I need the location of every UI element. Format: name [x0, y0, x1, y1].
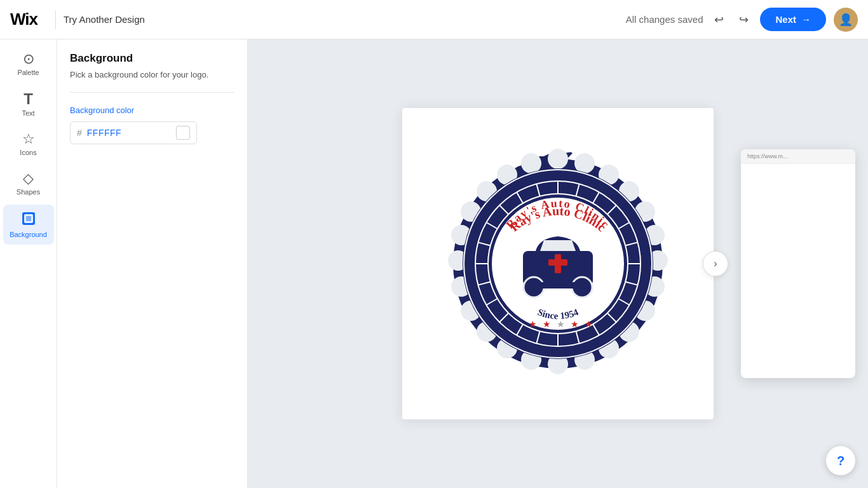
- help-button[interactable]: ?: [826, 446, 855, 475]
- mockup-preview: https://www.m...: [741, 149, 868, 378]
- color-section-label: Background color: [70, 105, 234, 115]
- shapes-label: Shapes: [17, 188, 40, 196]
- palette-label: Palette: [17, 69, 39, 76]
- background-label: Background: [10, 231, 47, 238]
- topbar-divider: [55, 10, 56, 29]
- text-label: Text: [22, 109, 34, 117]
- panel-title: Background: [70, 52, 234, 65]
- logo-svg: Ray's Auto Clinic Ray's Auto Clinic: [431, 137, 685, 391]
- sidebar-item-palette[interactable]: ⊙ Palette: [3, 46, 54, 83]
- svg-text:★: ★: [557, 319, 565, 329]
- logo-area: Wix: [10, 10, 37, 29]
- shapes-icon: ◇: [23, 172, 34, 186]
- next-button[interactable]: Next →: [760, 8, 826, 31]
- changes-saved-status: All changes saved: [626, 14, 703, 25]
- icon-sidebar: ⊙ Palette T Text ☆ Icons ◇ Shapes Backgr…: [0, 39, 57, 488]
- topbar-right: All changes saved ↩ ↪ Next → 👤: [626, 8, 858, 32]
- background-icon: [21, 211, 36, 228]
- icons-icon: ☆: [22, 132, 35, 146]
- undo-button[interactable]: ↩: [710, 9, 728, 30]
- panel-subtitle: Pick a background color for your logo.: [70, 70, 234, 79]
- background-panel: Background Pick a background color for y…: [57, 39, 248, 488]
- svg-rect-2: [26, 216, 31, 221]
- page-title: Try Another Design: [64, 14, 145, 25]
- svg-text:★: ★: [529, 319, 537, 329]
- canvas-area: Ray's Auto Clinic Ray's Auto Clinic: [248, 39, 868, 488]
- topbar: Wix Try Another Design All changes saved…: [0, 0, 868, 39]
- svg-text:★: ★: [585, 319, 593, 329]
- svg-point-4: [548, 149, 568, 169]
- palette-icon: ⊙: [23, 52, 34, 66]
- icons-label: Icons: [20, 149, 36, 156]
- logo-preview-card: Ray's Auto Clinic Ray's Auto Clinic: [402, 108, 714, 419]
- color-input-row[interactable]: #: [70, 121, 197, 144]
- mockup-url-bar: https://www.m...: [741, 149, 855, 164]
- sidebar-item-shapes[interactable]: ◇ Shapes: [3, 165, 54, 202]
- sidebar-item-text[interactable]: T Text: [3, 85, 54, 123]
- mockup-card: https://www.m...: [741, 149, 855, 378]
- sidebar-item-background[interactable]: Background: [3, 205, 54, 245]
- wix-logo: Wix: [10, 10, 37, 29]
- svg-text:★: ★: [543, 319, 551, 329]
- avatar[interactable]: 👤: [834, 8, 858, 32]
- hash-symbol: #: [77, 128, 82, 138]
- color-swatch[interactable]: [176, 126, 190, 140]
- svg-text:★: ★: [571, 319, 579, 329]
- panel-divider: [70, 92, 234, 93]
- svg-rect-63: [526, 282, 590, 288]
- svg-rect-65: [548, 259, 567, 266]
- canvas-next-button[interactable]: ›: [703, 251, 728, 276]
- redo-button[interactable]: ↪: [735, 9, 752, 30]
- sidebar-item-icons[interactable]: ☆ Icons: [3, 126, 54, 163]
- color-hex-input[interactable]: [87, 128, 151, 138]
- text-icon: T: [24, 92, 33, 107]
- main-layout: ⊙ Palette T Text ☆ Icons ◇ Shapes Backgr…: [0, 39, 868, 488]
